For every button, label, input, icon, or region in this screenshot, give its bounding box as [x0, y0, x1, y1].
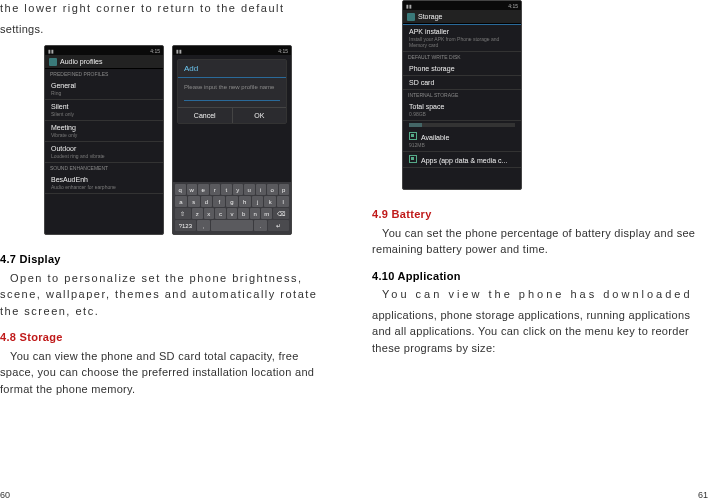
intro-line-1: the lower right corner to return to the … — [0, 0, 336, 17]
paragraph-4-7: Open to personalize set the phone bright… — [0, 270, 336, 320]
dialog-title: Add — [178, 60, 286, 78]
storage-usage-bar — [409, 123, 515, 127]
status-bar: ▮▮ 4:15 — [403, 1, 521, 10]
profile-row: MeetingVibrate only — [45, 121, 163, 142]
profile-row: GeneralRing — [45, 79, 163, 100]
storage-screenshot: ▮▮ 4:15 Storage APK installer Install yo… — [402, 0, 522, 190]
profile-row: OutdoorLoudest ring and vibrate — [45, 142, 163, 163]
cancel-button: Cancel — [178, 108, 233, 123]
screen-title: Audio profiles — [60, 58, 102, 65]
status-bar: ▮▮ 4:15 — [173, 46, 291, 55]
ok-button: OK — [233, 108, 287, 123]
signal-icon: ▮▮ — [176, 48, 182, 54]
screen-title: Storage — [418, 13, 443, 20]
profile-name-placeholder: Please input the new profile name — [184, 84, 280, 101]
keyboard: qwertyuiop asdfghjkl ⇧zxcvbnm⌫ ?123,. ↵ — [173, 182, 291, 234]
clock: 4:15 — [278, 48, 288, 54]
section-header: SOUND ENHANCEMENT — [45, 163, 163, 173]
enhancement-row: BesAudEnhAudio enhancer for earphone — [45, 173, 163, 194]
heading-4-8: 4.8 Storage — [0, 329, 336, 346]
total-space-row: Total space 0.98GB — [403, 100, 521, 121]
available-row: Available 912MB — [403, 129, 521, 152]
apps-row: Apps (app data & media c... — [403, 152, 521, 168]
legend-square-icon — [409, 155, 417, 163]
status-bar: ▮▮ 4:15 — [45, 46, 163, 55]
add-dialog: Add Please input the new profile name Ca… — [177, 59, 287, 124]
disk-option-row: SD card — [403, 76, 521, 90]
page-number-left: 60 — [0, 490, 10, 500]
left-page: the lower right corner to return to the … — [0, 0, 354, 502]
screenshots-row: ▮▮ 4:15 Audio profiles PREDEFINED PROFIL… — [0, 45, 336, 235]
clock: 4:15 — [508, 3, 518, 9]
apk-installer-row: APK installer Install your APK from Phon… — [403, 24, 521, 52]
profile-row: SilentSilent only — [45, 100, 163, 121]
right-page: ▮▮ 4:15 Storage APK installer Install yo… — [354, 0, 708, 502]
heading-4-9: 4.9 Battery — [372, 206, 708, 223]
paragraph-4-9: You can set the phone percentage of batt… — [372, 225, 708, 258]
audio-profiles-screenshot: ▮▮ 4:15 Audio profiles PREDEFINED PROFIL… — [44, 45, 164, 235]
section-header: DEFAULT WRITE DISK — [403, 52, 521, 62]
settings-icon — [407, 13, 415, 21]
dialog-body: Please input the new profile name — [178, 78, 286, 107]
page-number-right: 61 — [698, 490, 708, 500]
section-header: PREDEFINED PROFILES — [45, 69, 163, 79]
clock: 4:15 — [150, 48, 160, 54]
add-profile-screenshot: ▮▮ 4:15 Add Please input the new profile… — [172, 45, 292, 235]
paragraph-4-10b: applications, phone storage applications… — [372, 307, 708, 357]
dialog-buttons: Cancel OK — [178, 107, 286, 123]
paragraph-4-8: You can view the phone and SD card total… — [0, 348, 336, 398]
settings-icon — [49, 58, 57, 66]
title-bar: Storage — [403, 10, 521, 24]
heading-4-10: 4.10 Application — [372, 268, 708, 285]
section-header: INTERNAL STORAGE — [403, 90, 521, 100]
disk-option-row: Phone storage — [403, 62, 521, 76]
legend-square-icon — [409, 132, 417, 140]
intro-line-2: settings. — [0, 21, 336, 38]
signal-icon: ▮▮ — [406, 3, 412, 9]
title-bar: Audio profiles — [45, 55, 163, 69]
signal-icon: ▮▮ — [48, 48, 54, 54]
heading-4-7: 4.7 Display — [0, 251, 336, 268]
paragraph-4-10a: You can view the phone has downloaded — [372, 286, 708, 303]
